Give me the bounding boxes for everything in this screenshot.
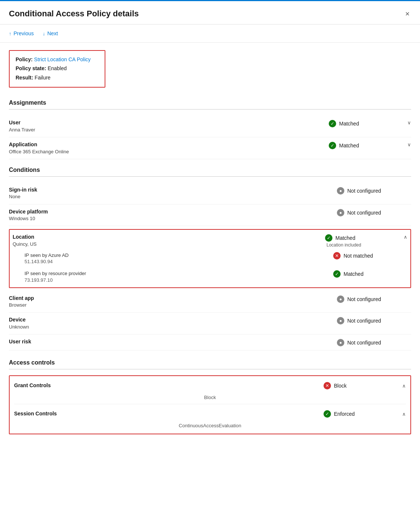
application-status-text: Matched xyxy=(339,143,359,148)
location-label: Location xyxy=(13,233,325,241)
ip-resource-row: IP seen by resource provider 73.193.97.1… xyxy=(13,267,407,287)
client-app-row: Client app Browser ● Not configured xyxy=(9,291,411,313)
sign-in-risk-label: Sign-in risk xyxy=(9,186,337,194)
device-status: ● Not configured xyxy=(337,316,411,324)
panel-header: Conditional Access Policy details × xyxy=(0,1,420,25)
sign-in-risk-status-text: Not configured xyxy=(347,188,381,194)
device-label: Device xyxy=(9,316,337,324)
application-row-left: Application Office 365 Exchange Online xyxy=(9,141,329,155)
conditional-access-panel: Conditional Access Policy details × ↑ Pr… xyxy=(0,0,420,516)
ip-azure-status: ✕ Not matched xyxy=(333,252,407,259)
client-app-status-icon: ● xyxy=(337,295,344,303)
device-value: Unknown xyxy=(9,324,337,330)
ip-azure-value: 51.143.90.94 xyxy=(24,259,333,264)
device-platform-label: Device platform xyxy=(9,208,337,216)
grant-controls-status-icon: ✕ xyxy=(324,382,331,389)
user-risk-label: User risk xyxy=(9,338,337,346)
access-controls-divider xyxy=(9,369,411,369)
location-chevron[interactable]: ∧ xyxy=(404,233,407,240)
sign-in-risk-left: Sign-in risk None xyxy=(9,186,337,200)
client-app-label: Client app xyxy=(9,295,337,302)
session-controls-status-icon: ✓ xyxy=(324,410,331,418)
user-risk-left: User risk xyxy=(9,338,337,346)
location-included-label: Location included xyxy=(327,242,361,248)
client-app-left: Client app Browser xyxy=(9,295,337,309)
next-button[interactable]: ↓ Next xyxy=(43,29,58,38)
next-label: Next xyxy=(47,30,58,36)
device-status-text: Not configured xyxy=(347,318,381,324)
conditions-section-title: Conditions xyxy=(9,167,411,173)
session-controls-label: Session Controls xyxy=(14,411,324,417)
ip-resource-value: 73.193.97.10 xyxy=(24,277,333,283)
device-status-icon: ● xyxy=(337,317,344,324)
location-highlight-box: Location Quincy, US ✓ Matched Location i… xyxy=(9,229,411,288)
panel-title: Conditional Access Policy details xyxy=(9,9,139,19)
policy-name-row: Policy: Strict Location CA Policy xyxy=(16,55,99,63)
sign-in-risk-status-icon: ● xyxy=(337,187,344,195)
user-status-text: Matched xyxy=(339,121,359,127)
policy-state-label: Policy state: xyxy=(16,65,46,71)
sign-in-risk-status: ● Not configured xyxy=(337,186,411,195)
device-platform-row: Device platform Windows 10 ● Not configu… xyxy=(9,205,411,226)
sign-in-risk-value: None xyxy=(9,193,337,200)
content-area: Policy: Strict Location CA Policy Policy… xyxy=(0,43,420,445)
location-status-text: Matched xyxy=(335,235,355,241)
next-arrow: ↓ xyxy=(43,31,45,36)
device-platform-status-text: Not configured xyxy=(347,210,381,216)
grant-controls-row: Grant Controls ✕ Block ∧ xyxy=(14,376,406,393)
device-platform-status: ● Not configured xyxy=(337,208,411,216)
location-status-col: ✓ Matched Location included xyxy=(325,233,399,248)
device-platform-status-icon: ● xyxy=(337,209,344,216)
ip-resource-left: IP seen by resource provider 73.193.97.1… xyxy=(24,270,333,283)
policy-state-row: Policy state: Enabled xyxy=(16,64,99,72)
ip-resource-status-icon: ✓ xyxy=(333,270,341,278)
policy-link[interactable]: Strict Location CA Policy xyxy=(34,56,91,62)
policy-result-row: Result: Failure xyxy=(16,74,99,82)
ip-azure-row: IP seen by Azure AD 51.143.90.94 ✕ Not m… xyxy=(13,249,407,267)
access-controls-title: Access controls xyxy=(9,359,411,366)
grant-controls-chevron[interactable]: ∧ xyxy=(402,382,406,389)
policy-info-box: Policy: Strict Location CA Policy Policy… xyxy=(9,50,105,88)
application-label: Application xyxy=(9,141,329,148)
sign-in-risk-row: Sign-in risk None ● Not configured xyxy=(9,183,411,205)
session-controls-chevron[interactable]: ∧ xyxy=(402,411,406,417)
user-risk-status-text: Not configured xyxy=(347,340,381,346)
ip-azure-status-icon: ✕ xyxy=(333,252,341,259)
close-button[interactable]: × xyxy=(404,9,411,19)
user-chevron[interactable]: ∨ xyxy=(407,119,411,125)
application-status-icon: ✓ xyxy=(329,142,336,149)
access-controls-highlight-box: Grant Controls ✕ Block ∧ Block Session C… xyxy=(9,375,411,434)
user-risk-status: ● Not configured xyxy=(337,338,411,346)
previous-button[interactable]: ↑ Previous xyxy=(9,29,34,38)
ip-resource-status-text: Matched xyxy=(344,271,364,277)
client-app-value: Browser xyxy=(9,302,337,308)
user-status: ✓ Matched xyxy=(329,119,403,127)
ip-azure-label: IP seen by Azure AD xyxy=(24,252,333,259)
ip-resource-label: IP seen by resource provider xyxy=(24,270,333,277)
location-status-icon: ✓ xyxy=(325,234,332,242)
user-value: Anna Traver xyxy=(9,127,329,133)
conditions-divider xyxy=(9,176,411,177)
location-status: ✓ Matched xyxy=(325,233,399,242)
location-left: Location Quincy, US xyxy=(13,233,325,248)
session-controls-status: ✓ Enforced xyxy=(324,409,398,418)
application-value: Office 365 Exchange Online xyxy=(9,148,329,155)
application-chevron[interactable]: ∨ xyxy=(407,141,411,147)
client-app-status-text: Not configured xyxy=(347,296,381,302)
session-controls-status-text: Enforced xyxy=(334,411,355,417)
grant-controls-status: ✕ Block xyxy=(324,381,398,389)
policy-state-value: Enabled xyxy=(47,65,66,71)
grant-controls-sub-text: Block xyxy=(14,393,406,404)
user-row: User Anna Traver ✓ Matched ∨ xyxy=(9,115,411,137)
device-platform-value: Windows 10 xyxy=(9,215,337,222)
policy-result-label: Result: xyxy=(16,75,33,81)
previous-arrow: ↑ xyxy=(9,31,12,36)
ip-azure-left: IP seen by Azure AD 51.143.90.94 xyxy=(24,252,333,264)
policy-result-value: Failure xyxy=(35,75,50,81)
assignments-divider xyxy=(9,109,411,110)
previous-label: Previous xyxy=(14,30,34,36)
user-label: User xyxy=(9,119,329,127)
ip-azure-status-text: Not matched xyxy=(344,253,373,259)
assignments-section-title: Assignments xyxy=(9,99,411,106)
user-risk-row: User risk ● Not configured xyxy=(9,334,411,350)
